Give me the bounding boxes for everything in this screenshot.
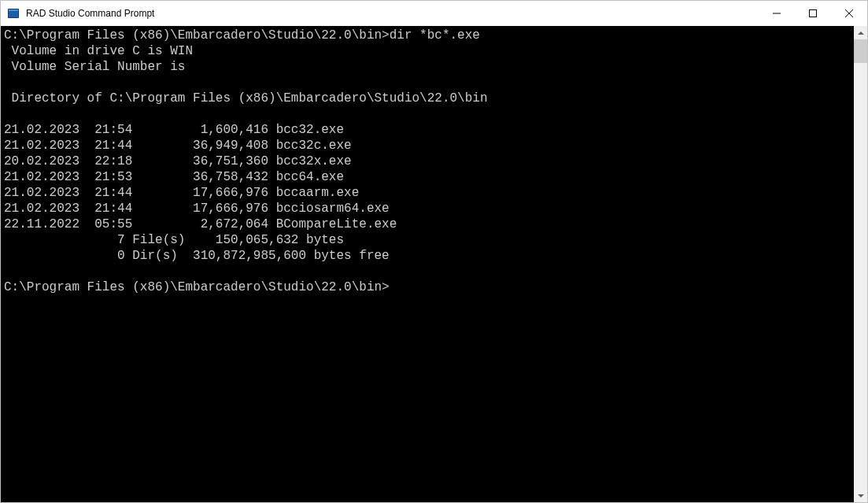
svg-marker-7 — [858, 31, 864, 35]
client-area: C:\Program Files (x86)\Embarcadero\Studi… — [1, 26, 867, 502]
svg-rect-1 — [9, 11, 18, 17]
scroll-thumb[interactable] — [854, 39, 867, 63]
minimize-button[interactable] — [759, 1, 795, 26]
scroll-up-button[interactable] — [854, 26, 867, 39]
app-icon — [7, 7, 20, 20]
svg-marker-8 — [858, 494, 864, 497]
vertical-scrollbar[interactable] — [854, 26, 867, 502]
svg-rect-4 — [810, 10, 817, 17]
console-output[interactable]: C:\Program Files (x86)\Embarcadero\Studi… — [1, 26, 854, 502]
titlebar[interactable]: RAD Studio Command Prompt — [1, 1, 867, 26]
window-title: RAD Studio Command Prompt — [26, 8, 759, 19]
scroll-down-button[interactable] — [854, 489, 867, 502]
svg-rect-2 — [9, 9, 18, 11]
close-button[interactable] — [831, 1, 867, 26]
window-controls — [759, 1, 867, 26]
maximize-button[interactable] — [795, 1, 831, 26]
